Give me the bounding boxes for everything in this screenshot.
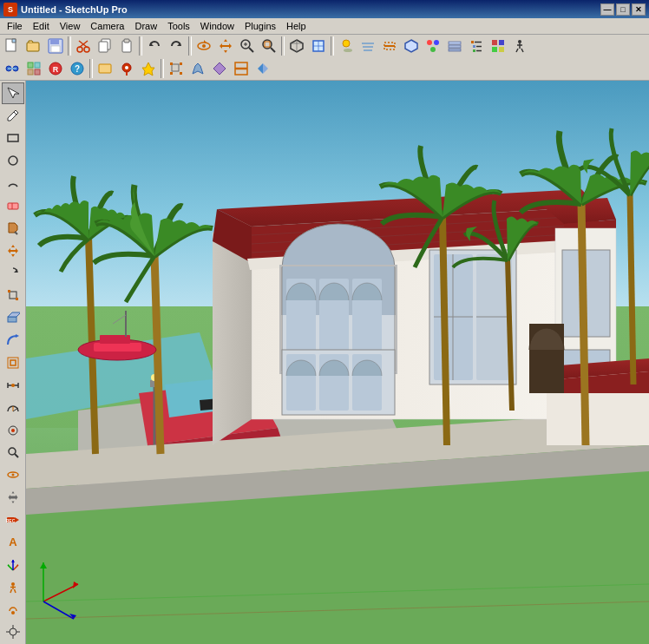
cut-button[interactable] — [73, 36, 94, 56]
text-tool-btn[interactable]: A — [2, 532, 24, 554]
menu-view[interactable]: View — [55, 20, 86, 32]
svg-rect-80 — [8, 135, 18, 141]
paint-tool-btn[interactable] — [2, 217, 24, 239]
svg-rect-42 — [471, 41, 474, 43]
iso-view-button[interactable] — [286, 36, 307, 56]
circle-tool-btn[interactable] — [2, 150, 24, 172]
geocode-button[interactable] — [23, 58, 44, 79]
zoom-tool-btn[interactable] — [2, 442, 24, 463]
protractor-tool-btn[interactable] — [2, 397, 24, 418]
diamond-btn[interactable] — [209, 58, 230, 79]
svg-line-176 — [630, 194, 633, 384]
outliner-button[interactable] — [466, 36, 487, 56]
maximize-button[interactable]: □ — [616, 3, 630, 16]
svg-rect-41 — [449, 42, 461, 44]
position-camera-btn[interactable] — [2, 621, 24, 643]
svg-marker-77 — [258, 63, 263, 74]
menu-edit[interactable]: Edit — [28, 20, 55, 32]
look-around-btn[interactable] — [2, 599, 24, 621]
measure-button[interactable] — [2, 58, 23, 79]
svg-rect-88 — [8, 317, 16, 322]
viewport[interactable] — [26, 81, 649, 644]
svg-rect-23 — [265, 42, 270, 47]
freeform-btn[interactable] — [187, 58, 208, 79]
svg-point-30 — [344, 49, 352, 52]
pan-tool-btn[interactable] — [2, 487, 24, 509]
svg-marker-68 — [142, 62, 154, 76]
undo-button[interactable] — [144, 36, 165, 56]
menu-draw[interactable]: Draw — [129, 20, 162, 32]
tb-sep-7 — [161, 59, 164, 78]
move-tool-btn[interactable] — [2, 240, 24, 261]
svg-marker-106 — [15, 517, 19, 522]
scale-btn[interactable] — [166, 58, 187, 79]
svg-point-96 — [11, 384, 15, 387]
loc-btn[interactable] — [116, 58, 137, 79]
menu-file[interactable]: File — [2, 20, 28, 32]
menu-plugins[interactable]: Plugins — [239, 20, 281, 32]
paste-button[interactable] — [116, 36, 137, 56]
walk-button[interactable] — [509, 36, 530, 56]
svg-rect-92 — [8, 358, 18, 368]
svg-rect-49 — [499, 40, 504, 45]
offset-tool-btn[interactable] — [2, 352, 24, 374]
zoom-extents-button[interactable] — [259, 36, 279, 56]
section-planes-button[interactable] — [379, 36, 400, 56]
open-button[interactable] — [23, 36, 44, 56]
pushpull-tool-btn[interactable] — [2, 307, 24, 329]
fog-button[interactable] — [357, 36, 378, 56]
svg-rect-39 — [449, 49, 461, 51]
svg-rect-86 — [8, 290, 10, 292]
menu-window[interactable]: Window — [195, 20, 239, 32]
flip-btn[interactable] — [252, 58, 273, 79]
svg-point-81 — [9, 156, 17, 165]
save-button[interactable] — [45, 36, 66, 56]
follow-tool-btn[interactable] — [2, 330, 24, 352]
styles-button[interactable] — [423, 36, 443, 56]
svg-rect-59 — [35, 69, 40, 75]
top-view-button[interactable] — [308, 36, 329, 56]
r-btn[interactable]: R — [45, 58, 66, 79]
select-tool-btn[interactable] — [2, 82, 24, 104]
minimize-button[interactable]: — — [600, 3, 614, 16]
arc-tool-btn[interactable] — [2, 173, 24, 194]
menu-tools[interactable]: Tools — [162, 20, 195, 32]
menu-camera[interactable]: Camera — [85, 20, 129, 32]
pin-btn[interactable] — [138, 58, 159, 79]
menu-bar: File Edit View Camera Draw Tools Window … — [0, 18, 649, 35]
zoom-button[interactable] — [237, 36, 258, 56]
rotate-tool-btn[interactable] — [2, 262, 24, 284]
orbit-tool-btn[interactable] — [2, 464, 24, 486]
tb-sep-1 — [68, 36, 71, 56]
materials-button[interactable] — [488, 36, 508, 56]
copy-button[interactable] — [95, 36, 115, 56]
walkthrough-btn[interactable] — [2, 576, 24, 598]
svg-rect-58 — [28, 69, 33, 75]
new-button[interactable] — [2, 36, 23, 56]
scale-tool-btn[interactable] — [2, 285, 24, 306]
axes-btn[interactable] — [2, 554, 24, 575]
svg-rect-44 — [473, 45, 475, 48]
pan-button[interactable] — [215, 36, 236, 56]
rectangle-tool-btn[interactable] — [2, 128, 24, 149]
solid-mode-btn[interactable] — [95, 58, 115, 79]
svg-rect-1 — [27, 43, 39, 51]
pencil-tool-btn[interactable] — [2, 105, 24, 127]
shadows-button[interactable] — [336, 36, 357, 56]
erase-tool-btn[interactable] — [2, 194, 24, 216]
section-cut-btn[interactable] — [231, 58, 252, 79]
menu-help[interactable]: Help — [281, 20, 311, 32]
svg-point-37 — [434, 40, 439, 45]
rec-btn[interactable]: REC — [2, 509, 24, 531]
svg-rect-71 — [180, 62, 182, 65]
orbit-button[interactable] — [193, 36, 214, 56]
lookat-tool-btn[interactable] — [2, 419, 24, 441]
svg-line-189 — [113, 315, 126, 324]
components-button[interactable] — [401, 36, 422, 56]
redo-button[interactable] — [166, 36, 187, 56]
close-button[interactable]: ✕ — [632, 3, 646, 16]
help-btn[interactable]: ? — [67, 58, 88, 79]
layers-button[interactable] — [444, 36, 465, 56]
svg-rect-87 — [16, 298, 18, 300]
tape-tool-btn[interactable] — [2, 374, 24, 396]
